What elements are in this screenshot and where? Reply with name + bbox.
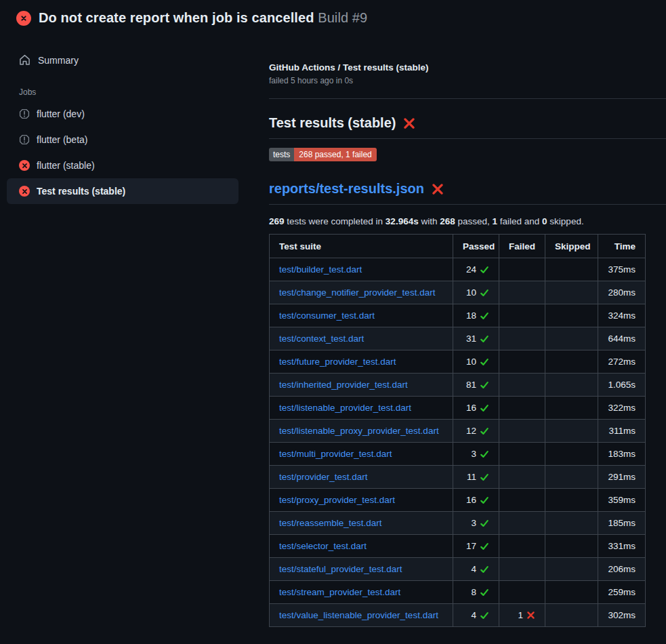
time-cell: 259ms — [598, 581, 646, 604]
x-glyph — [20, 14, 28, 22]
failed-cell — [499, 350, 545, 374]
suite-link[interactable]: test/consumer_test.dart — [279, 310, 375, 321]
divider — [269, 204, 666, 205]
cross-mark-icon — [432, 183, 444, 195]
failed-cell — [499, 443, 545, 466]
time-cell: 280ms — [598, 281, 646, 304]
passed-cell: 4 — [453, 558, 499, 581]
time-cell: 375ms — [598, 258, 646, 281]
tests-badge: tests 268 passed, 1 failed — [269, 148, 377, 161]
check-icon — [480, 611, 489, 620]
skipped-cell — [545, 397, 598, 420]
skipped-cell — [545, 304, 598, 327]
sidebar: Summary Jobs flutter (dev)flutter (beta)… — [0, 47, 257, 204]
summary-label: Summary — [38, 55, 79, 66]
suite-link[interactable]: test/inherited_provider_test.dart — [279, 380, 408, 390]
skipped-cell — [545, 258, 598, 281]
skipped-cell — [545, 327, 598, 350]
time-cell: 272ms — [598, 350, 646, 374]
suite-link[interactable]: test/context_test.dart — [279, 334, 364, 344]
time-cell: 331ms — [598, 535, 646, 558]
time-cell: 644ms — [598, 327, 646, 350]
check-icon — [480, 449, 489, 459]
table-row: test/stateful_provider_test.dart4206ms — [270, 558, 646, 581]
check-icon — [480, 311, 489, 321]
skipped-cell — [545, 512, 598, 535]
check-icon — [480, 426, 489, 436]
suite-link[interactable]: test/provider_test.dart — [279, 472, 368, 482]
time-cell: 291ms — [598, 466, 646, 489]
time-cell: 185ms — [598, 512, 646, 535]
suite-link[interactable]: test/listenable_proxy_provider_test.dart — [279, 426, 439, 436]
suite-link[interactable]: test/change_notifier_provider_test.dart — [279, 287, 435, 298]
divider — [269, 138, 666, 139]
check-icon — [480, 334, 489, 344]
failed-cell — [499, 512, 545, 535]
suite-link[interactable]: test/listenable_provider_test.dart — [279, 403, 411, 413]
col-skipped: Skipped — [545, 235, 598, 258]
sidebar-job-item[interactable]: Test results (stable) — [7, 178, 238, 204]
suite-link[interactable]: test/stateful_provider_test.dart — [279, 564, 402, 574]
time-cell: 359ms — [598, 489, 646, 512]
check-icon — [480, 542, 489, 551]
cancelled-icon — [19, 134, 30, 145]
jobs-section-label: Jobs — [19, 87, 257, 97]
time-cell: 302ms — [598, 604, 646, 627]
failed-cell — [499, 535, 545, 558]
col-time: Time — [598, 235, 646, 258]
suite-link[interactable]: test/stream_provider_test.dart — [279, 587, 400, 597]
passed-cell: 8 — [453, 581, 499, 604]
passed-cell: 10 — [453, 281, 499, 304]
col-failed: Failed — [499, 235, 545, 258]
table-row: test/listenable_proxy_provider_test.dart… — [270, 420, 646, 443]
suite-link[interactable]: test/selector_test.dart — [279, 541, 367, 551]
table-row: test/proxy_provider_test.dart16359ms — [270, 489, 646, 512]
table-body: test/builder_test.dart24375mstest/change… — [270, 258, 646, 627]
suite-link[interactable]: test/future_provider_test.dart — [279, 357, 396, 367]
suite-link[interactable]: test/proxy_provider_test.dart — [279, 495, 395, 505]
home-icon — [19, 54, 30, 66]
sidebar-item-summary[interactable]: Summary — [0, 47, 257, 73]
suite-link[interactable]: test/builder_test.dart — [279, 264, 362, 275]
check-icon — [480, 403, 489, 413]
table-row: test/reassemble_test.dart3185ms — [270, 512, 646, 535]
run-header: Do not create report when job is cancell… — [0, 0, 666, 26]
job-label: Test results (stable) — [37, 186, 125, 197]
failed-cell: 1 — [499, 604, 545, 627]
sidebar-job-item[interactable]: flutter (stable) — [7, 153, 238, 178]
passed-cell: 10 — [453, 350, 499, 374]
report-file-link[interactable]: reports/test-results.json — [269, 181, 424, 197]
summary-text: failed and — [497, 216, 542, 226]
failed-cell — [499, 489, 545, 512]
duration: 32.964s — [386, 216, 419, 226]
table-row: test/provider_test.dart11291ms — [270, 466, 646, 489]
run-status-line: failed 5 hours ago in 0s — [269, 76, 666, 85]
skipped-cell — [545, 350, 598, 374]
skipped-cell — [545, 466, 598, 489]
table-row: test/multi_provider_test.dart3183ms — [270, 443, 646, 466]
failed-cell — [499, 581, 545, 604]
sidebar-job-item[interactable]: flutter (dev) — [7, 101, 238, 127]
failed-cell — [499, 420, 545, 443]
suite-link[interactable]: test/value_listenable_provider_test.dart — [279, 610, 438, 620]
table-row: test/future_provider_test.dart10272ms — [270, 350, 646, 374]
sidebar-job-item[interactable]: flutter (beta) — [7, 127, 238, 153]
summary-text: with — [419, 216, 440, 226]
check-icon — [480, 588, 489, 597]
breadcrumb: GitHub Actions / Test results (stable) — [269, 62, 666, 73]
failed-icon — [19, 160, 30, 171]
check-icon — [480, 565, 489, 574]
check-icon — [480, 472, 489, 482]
failed-cell — [499, 281, 545, 304]
test-summary-line: 269 tests were completed in 32.964s with… — [269, 216, 666, 226]
check-icon — [480, 357, 489, 367]
skipped-count: 0 — [542, 216, 547, 226]
suite-link[interactable]: test/reassemble_test.dart — [279, 518, 382, 528]
divider — [269, 98, 666, 99]
col-passed: Passed — [453, 235, 499, 258]
report-heading: reports/test-results.json — [269, 181, 666, 197]
time-cell: 183ms — [598, 443, 646, 466]
passed-cell: 3 — [453, 512, 499, 535]
time-cell: 311ms — [598, 420, 646, 443]
suite-link[interactable]: test/multi_provider_test.dart — [279, 449, 392, 459]
